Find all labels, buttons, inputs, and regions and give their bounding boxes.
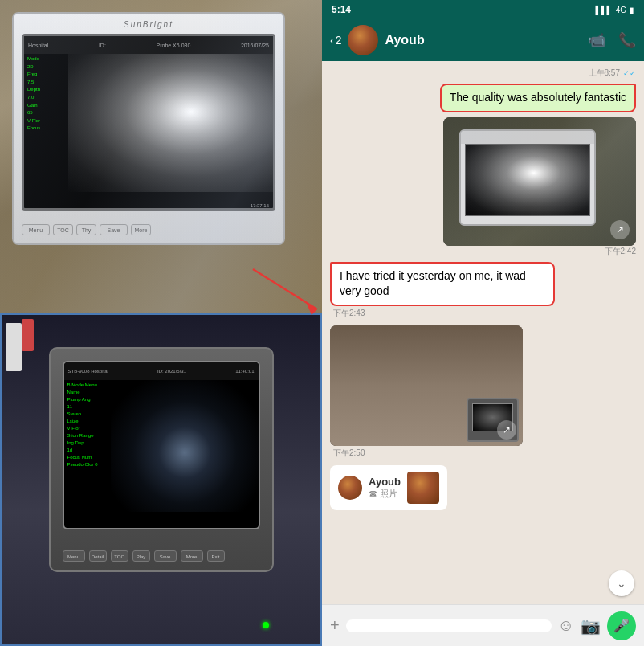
ayoub-name: Ayoub [369, 476, 401, 488]
btm-device-buttons: Menu Detail TOC Play Save More Exit [63, 548, 260, 564]
status-icons: ▌▌▌ 4G ▮ [595, 6, 634, 14]
emoji-icon[interactable]: ☺ [558, 616, 574, 635]
avatar-image [348, 25, 378, 55]
message-row-photo2: ↗ 下午2:50 [330, 325, 636, 460]
device-body-bottom: STB-9008 Hospital ID: 2021/5/31 11:40:01… [49, 347, 274, 572]
message-text-2: I have tried it yesterday on me, it wad … [340, 269, 526, 298]
power-light [263, 622, 269, 628]
battery-icon: ▮ [630, 6, 634, 14]
status-time: 5:14 [332, 4, 351, 15]
room-image [330, 325, 523, 446]
contact-name[interactable]: Ayoub [385, 33, 581, 47]
message-text-1: The quality was absolutely fantastic [450, 91, 626, 104]
photo-time-row: 下午2:42 [605, 246, 636, 257]
btm-scan [111, 380, 259, 512]
share-icon[interactable]: ↗ [610, 220, 630, 239]
timestamp-row-1: 上午8:57 ✓✓ [330, 67, 636, 79]
chat-body: 上午8:57 ✓✓ The quality was absolutely fan… [322, 61, 644, 604]
message-input[interactable] [346, 619, 552, 632]
timestamp-1: 上午8:57 [589, 67, 620, 79]
device-screen-btm: STB-9008 Hospital ID: 2021/5/31 11:40:01… [63, 361, 260, 529]
plastic-wrap [0, 0, 322, 313]
right-panel: 5:14 ▌▌▌ 4G ▮ ‹ 2 Ayoub 📹 📞 [322, 0, 644, 646]
message-bubble-2: I have tried it yesterday on me, it wad … [330, 262, 555, 306]
timestamp-2b: 下午2:43 [330, 306, 368, 321]
message-bubble-1: The quality was absolutely fantastic [440, 84, 636, 112]
ayoub-info: Ayoub ☎ 照片 [369, 476, 401, 500]
share-icon-2[interactable]: ↗ [497, 420, 516, 440]
left-panel: SunBright Hospital ID: Probe X5.030 2016… [0, 0, 322, 646]
voice-call-icon[interactable]: 📞 [618, 31, 636, 49]
chevron-down-icon: ⌄ [617, 577, 626, 590]
message-row-1: The quality was absolutely fantastic [330, 84, 636, 112]
header-actions: 📹 📞 [588, 31, 636, 49]
room-item2 [22, 319, 34, 351]
photo-inner-1 [443, 117, 636, 246]
message-row-2: I have tried it yesterday on me, it wad … [330, 262, 636, 321]
message-row-photo1: ↗ 下午2:42 [330, 117, 636, 257]
ayoub-sub: ☎ 照片 [369, 488, 401, 500]
back-button[interactable]: ‹ 2 [330, 34, 341, 47]
status-bar: 5:14 ▌▌▌ 4G ▮ [322, 0, 644, 19]
ayoub-card[interactable]: Ayoub ☎ 照片 [330, 465, 447, 510]
btm-screen-header: STB-9008 Hospital ID: 2021/5/31 11:40:01 [64, 362, 259, 380]
btm-params: B Mode MenuName Plump Ang11 StereoLsize … [66, 380, 110, 528]
ayoub-card-row: Ayoub ☎ 照片 [330, 465, 636, 510]
avatar [348, 25, 378, 55]
plus-icon[interactable]: + [330, 616, 340, 635]
room-item1 [6, 323, 22, 371]
ultrasound-bottom-image: STB-9008 Hospital ID: 2021/5/31 11:40:01… [2, 315, 320, 644]
back-count: 2 [336, 34, 342, 47]
scroll-down-button[interactable]: ⌄ [609, 570, 634, 596]
ayoub-photo-thumb [407, 472, 439, 504]
mic-button[interactable]: 🎤 [607, 611, 636, 640]
camera-icon[interactable]: 📷 [581, 616, 601, 636]
timestamp-3: 下午2:50 [330, 446, 368, 460]
ultrasound-top-image: SunBright Hospital ID: Probe X5.030 2016… [0, 0, 322, 313]
video-call-icon[interactable]: 📹 [588, 31, 605, 49]
bottom-photo: ✕ STB-9008 Hospital ID: 2021/5/31 11: [0, 313, 322, 646]
plastic-overlay [443, 117, 636, 246]
back-chevron: ‹ [330, 34, 334, 47]
chat-input-bar: + ☺ 📷 🎤 [322, 604, 644, 646]
photo-time-1: 下午2:42 [605, 246, 636, 257]
signal-icon: ▌▌▌ [595, 6, 612, 14]
photo-bubble-1[interactable]: ↗ [443, 117, 636, 246]
checkmarks: ✓✓ [623, 69, 636, 77]
photo-bubble-2[interactable]: ↗ [330, 325, 523, 446]
mic-icon: 🎤 [613, 618, 630, 633]
chat-header: ‹ 2 Ayoub 📹 📞 [322, 19, 644, 61]
ayoub-avatar [338, 476, 362, 500]
top-photo: SunBright Hospital ID: Probe X5.030 2016… [0, 0, 322, 313]
network-label: 4G [616, 6, 626, 14]
